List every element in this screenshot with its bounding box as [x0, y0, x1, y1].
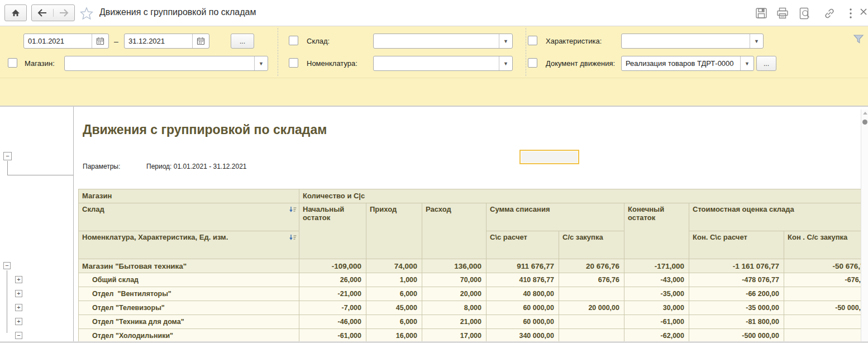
collapse-toggle[interactable]: − — [15, 332, 22, 339]
value-cell[interactable]: -7,000 — [299, 301, 366, 315]
value-cell[interactable] — [559, 287, 624, 301]
header-begin-balance[interactable]: Начальный остаток — [299, 203, 366, 259]
value-cell[interactable]: -500 000,00 — [689, 329, 784, 343]
back-button[interactable] — [32, 9, 53, 17]
header-end-cost-calc[interactable]: Кон. С\с расчет — [689, 231, 784, 259]
menu-kebab-icon[interactable] — [848, 7, 853, 20]
value-cell[interactable]: -35,000 — [624, 287, 689, 301]
expand-toggle[interactable]: + — [15, 276, 22, 283]
value-cell[interactable]: 30,000 — [624, 301, 689, 315]
forward-button[interactable] — [53, 9, 75, 17]
filter-funnel-icon[interactable] — [853, 34, 864, 44]
value-cell[interactable]: 40 800,00 — [487, 287, 559, 301]
header-cost-calc[interactable]: С\с расчет — [487, 231, 559, 259]
value-cell[interactable]: -81 800,00 — [689, 315, 784, 329]
value-cell[interactable]: 45,000 — [366, 301, 422, 315]
sort-asc-icon[interactable] — [289, 206, 297, 213]
row-name-cell[interactable]: Отдел "Техника для дома" — [79, 315, 299, 329]
chevron-down-icon[interactable]: ▼ — [750, 34, 763, 48]
value-cell[interactable]: -61,000 — [624, 315, 689, 329]
value-cell[interactable] — [784, 329, 868, 343]
expand-toggle[interactable]: + — [15, 318, 22, 325]
value-cell[interactable]: -62,000 — [624, 329, 689, 343]
period-options-button[interactable]: ... — [231, 34, 254, 49]
header-cost-purchase[interactable]: С/с закупка — [559, 231, 624, 259]
sort-asc-icon[interactable] — [289, 234, 297, 241]
scrollbar-thumb[interactable] — [862, 120, 867, 125]
value-cell[interactable] — [784, 287, 868, 301]
value-cell[interactable]: 6,000 — [366, 315, 422, 329]
chevron-down-icon[interactable]: ▼ — [254, 56, 268, 70]
store-checkbox[interactable] — [8, 58, 17, 68]
movement-doc-checkbox[interactable] — [528, 58, 537, 68]
value-cell[interactable]: -478 076,77 — [689, 273, 784, 287]
chevron-down-icon[interactable]: ▼ — [740, 56, 753, 70]
value-cell[interactable]: 17,000 — [422, 329, 487, 343]
home-button[interactable] — [4, 4, 27, 21]
value-cell[interactable]: 21,000 — [422, 315, 487, 329]
row-name-cell[interactable]: Отдел "Холодильники" — [79, 329, 299, 343]
value-cell[interactable]: 16,000 — [366, 329, 422, 343]
header-end-balance[interactable]: Конечный остаток — [624, 203, 689, 259]
value-cell[interactable]: 911 676,77 — [487, 259, 559, 273]
characteristic-combobox[interactable]: ▼ — [621, 34, 764, 49]
header-writeoff[interactable]: Сумма списания — [487, 203, 624, 231]
nomenclature-checkbox[interactable] — [289, 58, 298, 68]
value-cell[interactable]: 136,000 — [422, 259, 487, 273]
value-cell[interactable] — [559, 329, 624, 343]
expand-toggle[interactable]: + — [15, 304, 22, 311]
characteristic-checkbox[interactable] — [528, 36, 537, 45]
value-cell[interactable]: 60 000,00 — [487, 315, 559, 329]
value-cell[interactable]: 20 000,00 — [559, 301, 624, 315]
value-cell[interactable]: 410 876,77 — [487, 273, 559, 287]
nomenclature-combobox[interactable]: ▼ — [373, 56, 513, 71]
value-cell[interactable]: 340 000,00 — [487, 329, 559, 343]
link-icon[interactable] — [823, 7, 836, 20]
movement-doc-combobox[interactable]: Реализация товаров ТДРТ-0000 ▼ — [621, 56, 754, 71]
row-name-cell[interactable]: Отдел "Вентиляторы" — [79, 287, 299, 301]
value-cell[interactable]: -61,000 — [299, 329, 366, 343]
value-cell[interactable]: 60 000,00 — [487, 301, 559, 315]
value-cell[interactable]: 70,000 — [422, 273, 487, 287]
value-cell[interactable]: 26,000 — [299, 273, 366, 287]
value-cell[interactable]: -109,000 — [299, 259, 366, 273]
save-icon[interactable] — [755, 7, 767, 19]
value-cell[interactable]: 676,76 — [559, 273, 624, 287]
value-cell[interactable]: -21,000 — [299, 287, 366, 301]
selected-cell[interactable] — [519, 150, 579, 164]
value-cell[interactable]: -66 200,00 — [689, 287, 784, 301]
value-cell[interactable]: 74,000 — [366, 259, 422, 273]
close-icon[interactable] — [859, 7, 868, 16]
header-magazin[interactable]: Магазин — [79, 189, 299, 203]
value-cell[interactable]: -35 000,00 — [689, 301, 784, 315]
vertical-scrollbar[interactable] — [861, 109, 868, 343]
value-cell[interactable]: -1 161 076,77 — [689, 259, 784, 273]
value-cell[interactable]: 1,000 — [366, 273, 422, 287]
scroll-up-icon[interactable] — [863, 112, 867, 115]
chevron-down-icon[interactable]: ▼ — [499, 56, 512, 70]
value-cell[interactable]: -50 676,76 — [784, 259, 868, 273]
collapse-toggle[interactable]: − — [3, 262, 11, 269]
value-cell[interactable]: 20 676,76 — [559, 259, 624, 273]
value-cell[interactable]: -171,000 — [624, 259, 689, 273]
collapse-toggle[interactable]: − — [3, 152, 12, 160]
date-to-input[interactable]: 31.12.2021 — [124, 34, 209, 49]
expand-toggle[interactable]: + — [15, 290, 22, 297]
value-cell[interactable]: -43,000 — [624, 273, 689, 287]
header-end-cost-purchase[interactable]: Кон . С/с закупка — [784, 231, 868, 259]
header-sklad[interactable]: Склад — [79, 203, 299, 231]
warehouse-checkbox[interactable] — [289, 36, 298, 45]
store-combobox[interactable]: ▼ — [64, 56, 268, 71]
calendar-icon[interactable] — [92, 34, 108, 48]
row-name-cell[interactable]: Отдел "Телевизоры" — [79, 301, 299, 315]
value-cell[interactable]: 8,000 — [422, 301, 487, 315]
print-preview-icon[interactable] — [799, 7, 810, 20]
value-cell[interactable]: 6,000 — [366, 287, 422, 301]
value-cell[interactable] — [559, 315, 624, 329]
calendar-icon[interactable] — [192, 34, 209, 48]
header-valuation[interactable]: Стоимостная оценка склада — [689, 203, 868, 231]
movement-doc-select-button[interactable]: ... — [756, 56, 776, 71]
row-name-cell[interactable]: Магазин "Бытовая техника" — [79, 259, 299, 273]
value-cell[interactable] — [784, 315, 868, 329]
value-cell[interactable]: -46,000 — [299, 315, 366, 329]
